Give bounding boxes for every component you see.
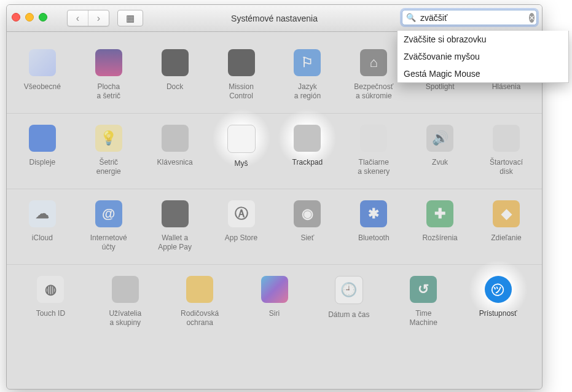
icloud-icon: ☁ xyxy=(29,200,56,227)
printers-icon xyxy=(360,125,387,152)
pref-extensions[interactable]: ✚Rozšírenia xyxy=(409,200,471,243)
pref-energy[interactable]: 💡Šetričenergie xyxy=(78,125,139,176)
pref-label: Jazyka región xyxy=(276,82,338,101)
search-suggestion[interactable]: Gestá Magic Mouse xyxy=(398,65,568,82)
pref-label: Rodičovskáochrana xyxy=(169,309,230,327)
wallet-icon xyxy=(162,200,189,227)
pref-label: Dock xyxy=(144,82,206,92)
search-input[interactable] xyxy=(419,12,529,23)
pref-label: Užívateliaa skupiny xyxy=(95,309,156,327)
security-icon: ⌂ xyxy=(360,49,387,76)
search-suggestion[interactable]: Zväčšovanie myšou xyxy=(398,48,568,65)
search-suggestion[interactable]: Zväčšite si obrazovku xyxy=(398,31,568,48)
trackpad-icon xyxy=(294,125,321,152)
pref-label: Tlačiarnea skenery xyxy=(343,158,404,176)
sharing-icon: ◆ xyxy=(493,200,520,227)
touchid-icon: ◍ xyxy=(37,276,64,303)
search-suggestions-popover: Zväčšite si obrazovkuZväčšovanie myšouGe… xyxy=(397,31,569,83)
keyboard-icon xyxy=(162,125,189,152)
parental-icon xyxy=(186,276,213,303)
pref-startup[interactable]: Štartovacídisk xyxy=(476,125,537,176)
siri-icon xyxy=(261,276,288,303)
desktop-icon xyxy=(95,49,122,76)
displays-icon xyxy=(29,125,56,152)
pref-mission[interactable]: MissionControl xyxy=(211,49,272,101)
pref-mouse[interactable]: Myš xyxy=(211,125,272,168)
general-icon xyxy=(29,49,56,76)
pref-users[interactable]: Užívateliaa skupiny xyxy=(95,276,156,327)
pref-label: Šetričenergie xyxy=(78,158,139,176)
pref-appstore[interactable]: ⒶApp Store xyxy=(211,200,272,243)
pref-label: Sieť xyxy=(276,233,338,243)
pref-label: Bezpečnosťa súkromie xyxy=(343,82,404,101)
date-icon: 🕘 xyxy=(335,276,363,304)
preferences-body: VšeobecnéPlochaa šetričDockMissionContro… xyxy=(7,32,542,390)
pref-label: Všeobecné xyxy=(12,82,73,92)
pref-accounts[interactable]: @Internetovéúčty xyxy=(78,200,139,252)
pref-label: Trackpad xyxy=(276,158,338,167)
pref-label: Siri xyxy=(244,309,305,318)
pref-sound[interactable]: 🔊Zvuk xyxy=(409,125,471,167)
pref-label: App Store xyxy=(211,233,272,243)
pref-label: Plochaa šetrič xyxy=(78,82,139,101)
mouse-icon xyxy=(227,125,256,153)
accounts-icon: @ xyxy=(95,200,122,227)
pref-label: Internetovéúčty xyxy=(78,233,139,252)
pref-label: MissionControl xyxy=(211,82,272,101)
pref-bluetooth[interactable]: ✱Bluetooth xyxy=(343,200,404,243)
pref-label: Bluetooth xyxy=(343,233,404,243)
pref-label: iCloud xyxy=(12,233,73,243)
pref-label: Displeje xyxy=(12,158,73,167)
language-icon: ⚐ xyxy=(294,49,321,76)
startup-icon xyxy=(493,125,520,152)
pref-touchid[interactable]: ◍Touch ID xyxy=(20,276,81,318)
clear-search-button[interactable]: ✕ xyxy=(529,13,535,23)
pref-network[interactable]: ◉Sieť xyxy=(276,200,338,243)
pref-label: Hlásenia xyxy=(476,82,537,92)
pref-printers[interactable]: Tlačiarnea skenery xyxy=(343,125,404,176)
extensions-icon: ✚ xyxy=(426,200,453,227)
pref-timemachine[interactable]: ↺TimeMachine xyxy=(393,276,454,327)
timemachine-icon: ↺ xyxy=(410,276,437,303)
pref-label: Rozšírenia xyxy=(409,233,471,243)
pref-label: Zvuk xyxy=(409,158,471,167)
pref-siri[interactable]: Siri xyxy=(244,276,305,318)
pref-wallet[interactable]: Wallet aApple Pay xyxy=(144,200,206,252)
appstore-icon: Ⓐ xyxy=(228,200,255,227)
pref-label: Touch ID xyxy=(20,309,81,318)
energy-icon: 💡 xyxy=(95,125,122,152)
pref-label: TimeMachine xyxy=(393,309,454,327)
pref-label: Spotlight xyxy=(409,82,471,92)
pref-desktop[interactable]: Plochaa šetrič xyxy=(78,49,139,101)
search-icon: 🔍 xyxy=(406,13,416,22)
dock-icon xyxy=(162,49,189,76)
pref-icloud[interactable]: ☁iCloud xyxy=(12,200,73,243)
titlebar: ‹ › ▦ Systémové nastavenia 🔍 ✕ xyxy=(7,5,542,32)
pref-trackpad[interactable]: Trackpad xyxy=(276,125,338,167)
pref-label: Klávesnica xyxy=(144,158,206,167)
pref-parental[interactable]: Rodičovskáochrana xyxy=(169,276,230,327)
pref-label: Štartovacídisk xyxy=(476,158,537,176)
users-icon xyxy=(112,276,139,303)
pref-label: Dátum a čas xyxy=(318,310,380,319)
pref-label: Prístupnosť xyxy=(468,309,529,318)
mission-icon xyxy=(228,49,255,76)
pref-dock[interactable]: Dock xyxy=(144,49,206,92)
pref-displays[interactable]: Displeje xyxy=(12,125,73,167)
pref-security[interactable]: ⌂Bezpečnosťa súkromie xyxy=(343,49,404,101)
pref-label: Wallet aApple Pay xyxy=(144,233,206,252)
pref-label: Myš xyxy=(211,159,272,168)
pref-language[interactable]: ⚐Jazyka región xyxy=(276,49,338,101)
pref-keyboard[interactable]: Klávesnica xyxy=(144,125,206,167)
bluetooth-icon: ✱ xyxy=(360,200,387,227)
accessibility-icon: ㋡ xyxy=(485,276,512,303)
pref-label: Zdieľanie xyxy=(476,233,537,243)
pref-sharing[interactable]: ◆Zdieľanie xyxy=(476,200,537,243)
pref-general[interactable]: Všeobecné xyxy=(12,49,73,92)
pref-date[interactable]: 🕘Dátum a čas xyxy=(318,276,380,319)
pref-accessibility[interactable]: ㋡Prístupnosť xyxy=(468,276,529,318)
network-icon: ◉ xyxy=(294,200,321,227)
search-field[interactable]: 🔍 ✕ xyxy=(402,10,537,25)
sound-icon: 🔊 xyxy=(426,125,453,152)
